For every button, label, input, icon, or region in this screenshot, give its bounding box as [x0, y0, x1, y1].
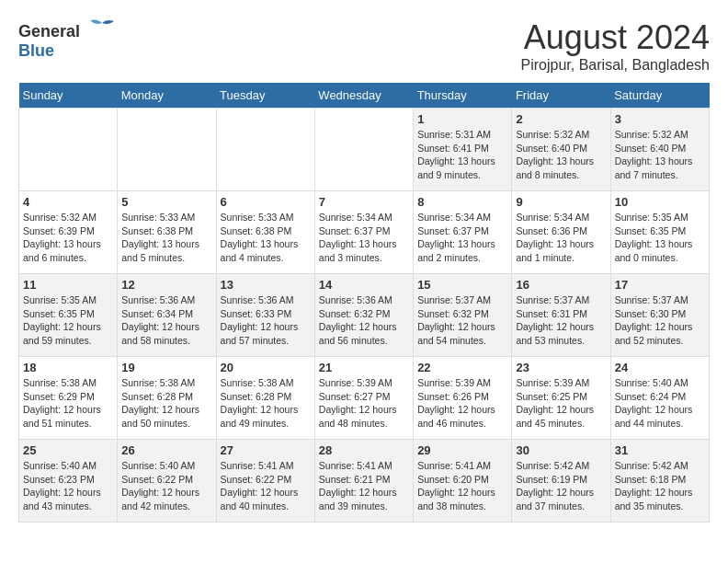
calendar-cell: 14Sunrise: 5:36 AM Sunset: 6:32 PM Dayli…: [314, 274, 413, 357]
cell-content: Sunrise: 5:37 AM Sunset: 6:32 PM Dayligh…: [417, 293, 507, 348]
page-header: General Blue August 2024 Pirojpur, Baris…: [18, 18, 710, 74]
cell-content: Sunrise: 5:39 AM Sunset: 6:27 PM Dayligh…: [319, 376, 409, 431]
calendar-cell: 1Sunrise: 5:31 AM Sunset: 6:41 PM Daylig…: [414, 109, 512, 191]
cell-content: Sunrise: 5:42 AM Sunset: 6:18 PM Dayligh…: [615, 459, 705, 513]
calendar-cell: [118, 109, 216, 191]
logo-text: General: [18, 18, 116, 41]
header-saturday: Saturday: [610, 83, 709, 109]
cell-content: Sunrise: 5:41 AM Sunset: 6:20 PM Dayligh…: [417, 459, 507, 513]
calendar-cell: 29Sunrise: 5:41 AM Sunset: 6:20 PM Dayli…: [414, 440, 512, 523]
day-number: 1: [417, 112, 507, 126]
header-row: SundayMondayTuesdayWednesdayThursdayFrid…: [19, 83, 710, 109]
calendar-cell: 22Sunrise: 5:39 AM Sunset: 6:26 PM Dayli…: [414, 357, 512, 440]
day-number: 21: [319, 361, 409, 374]
calendar-cell: 6Sunrise: 5:33 AM Sunset: 6:38 PM Daylig…: [216, 191, 314, 274]
day-number: 11: [23, 278, 113, 292]
calendar-cell: 9Sunrise: 5:34 AM Sunset: 6:36 PM Daylig…: [512, 191, 610, 274]
calendar-cell: 16Sunrise: 5:37 AM Sunset: 6:31 PM Dayli…: [512, 274, 610, 357]
day-number: 4: [23, 195, 113, 209]
calendar-cell: 3Sunrise: 5:32 AM Sunset: 6:40 PM Daylig…: [610, 109, 709, 191]
header-friday: Friday: [512, 83, 610, 109]
day-number: 2: [516, 112, 606, 126]
cell-content: Sunrise: 5:34 AM Sunset: 6:36 PM Dayligh…: [516, 211, 606, 265]
calendar-cell: 27Sunrise: 5:41 AM Sunset: 6:22 PM Dayli…: [216, 440, 314, 523]
header-tuesday: Tuesday: [216, 83, 314, 109]
week-row-0: 1Sunrise: 5:31 AM Sunset: 6:41 PM Daylig…: [19, 109, 710, 191]
cell-content: Sunrise: 5:35 AM Sunset: 6:35 PM Dayligh…: [23, 293, 113, 348]
cell-content: Sunrise: 5:32 AM Sunset: 6:40 PM Dayligh…: [615, 128, 705, 182]
day-number: 29: [417, 443, 507, 457]
calendar-cell: [314, 109, 413, 191]
week-row-4: 25Sunrise: 5:40 AM Sunset: 6:23 PM Dayli…: [19, 440, 710, 523]
calendar-cell: 11Sunrise: 5:35 AM Sunset: 6:35 PM Dayli…: [19, 274, 118, 357]
logo-blue: Blue: [18, 41, 54, 60]
cell-content: Sunrise: 5:33 AM Sunset: 6:38 PM Dayligh…: [121, 211, 211, 265]
day-number: 13: [221, 278, 311, 292]
day-number: 24: [615, 361, 705, 374]
cell-content: Sunrise: 5:40 AM Sunset: 6:22 PM Dayligh…: [121, 459, 211, 513]
day-number: 27: [221, 443, 311, 457]
day-number: 7: [319, 195, 409, 209]
calendar-cell: 4Sunrise: 5:32 AM Sunset: 6:39 PM Daylig…: [19, 191, 118, 274]
calendar-cell: 20Sunrise: 5:38 AM Sunset: 6:28 PM Dayli…: [216, 357, 314, 440]
calendar-body: 1Sunrise: 5:31 AM Sunset: 6:41 PM Daylig…: [19, 109, 710, 523]
day-number: 19: [121, 361, 211, 374]
logo: General Blue: [18, 18, 116, 61]
day-number: 30: [516, 443, 606, 457]
week-row-3: 18Sunrise: 5:38 AM Sunset: 6:29 PM Dayli…: [19, 357, 710, 440]
cell-content: Sunrise: 5:34 AM Sunset: 6:37 PM Dayligh…: [319, 211, 409, 265]
cell-content: Sunrise: 5:37 AM Sunset: 6:31 PM Dayligh…: [516, 293, 606, 348]
calendar-cell: 28Sunrise: 5:41 AM Sunset: 6:21 PM Dayli…: [314, 440, 413, 523]
cell-content: Sunrise: 5:36 AM Sunset: 6:32 PM Dayligh…: [319, 293, 409, 348]
day-number: 18: [23, 361, 113, 374]
day-number: 6: [221, 195, 311, 209]
calendar-cell: 10Sunrise: 5:35 AM Sunset: 6:35 PM Dayli…: [610, 191, 709, 274]
cell-content: Sunrise: 5:34 AM Sunset: 6:37 PM Dayligh…: [417, 211, 507, 265]
day-number: 28: [319, 443, 409, 457]
day-number: 20: [221, 361, 311, 374]
header-wednesday: Wednesday: [314, 83, 413, 109]
month-title: August 2024: [521, 18, 710, 57]
calendar-cell: 31Sunrise: 5:42 AM Sunset: 6:18 PM Dayli…: [610, 440, 709, 523]
logo-general: General: [18, 22, 80, 40]
logo-bird-icon: [88, 18, 116, 37]
calendar-cell: 25Sunrise: 5:40 AM Sunset: 6:23 PM Dayli…: [19, 440, 118, 523]
calendar-table: SundayMondayTuesdayWednesdayThursdayFrid…: [18, 83, 710, 523]
location: Pirojpur, Barisal, Bangladesh: [521, 57, 710, 74]
day-number: 16: [516, 278, 606, 292]
cell-content: Sunrise: 5:39 AM Sunset: 6:25 PM Dayligh…: [516, 376, 606, 431]
header-monday: Monday: [118, 83, 216, 109]
cell-content: Sunrise: 5:38 AM Sunset: 6:28 PM Dayligh…: [221, 376, 311, 431]
cell-content: Sunrise: 5:35 AM Sunset: 6:35 PM Dayligh…: [615, 211, 705, 265]
calendar-cell: 30Sunrise: 5:42 AM Sunset: 6:19 PM Dayli…: [512, 440, 610, 523]
calendar-header: SundayMondayTuesdayWednesdayThursdayFrid…: [19, 83, 710, 109]
day-number: 8: [417, 195, 507, 209]
day-number: 17: [615, 278, 705, 292]
day-number: 25: [23, 443, 113, 457]
cell-content: Sunrise: 5:37 AM Sunset: 6:30 PM Dayligh…: [615, 293, 705, 348]
header-sunday: Sunday: [19, 83, 118, 109]
calendar-cell: 21Sunrise: 5:39 AM Sunset: 6:27 PM Dayli…: [314, 357, 413, 440]
calendar-cell: [19, 109, 118, 191]
calendar-cell: 17Sunrise: 5:37 AM Sunset: 6:30 PM Dayli…: [610, 274, 709, 357]
day-number: 9: [516, 195, 606, 209]
cell-content: Sunrise: 5:39 AM Sunset: 6:26 PM Dayligh…: [417, 376, 507, 431]
day-number: 12: [121, 278, 211, 292]
calendar-cell: 2Sunrise: 5:32 AM Sunset: 6:40 PM Daylig…: [512, 109, 610, 191]
calendar-cell: 8Sunrise: 5:34 AM Sunset: 6:37 PM Daylig…: [414, 191, 512, 274]
cell-content: Sunrise: 5:38 AM Sunset: 6:29 PM Dayligh…: [23, 376, 113, 431]
cell-content: Sunrise: 5:31 AM Sunset: 6:41 PM Dayligh…: [417, 128, 507, 182]
cell-content: Sunrise: 5:40 AM Sunset: 6:24 PM Dayligh…: [615, 376, 705, 431]
day-number: 31: [615, 443, 705, 457]
day-number: 5: [121, 195, 211, 209]
cell-content: Sunrise: 5:36 AM Sunset: 6:34 PM Dayligh…: [121, 293, 211, 348]
calendar-cell: 23Sunrise: 5:39 AM Sunset: 6:25 PM Dayli…: [512, 357, 610, 440]
day-number: 10: [615, 195, 705, 209]
day-number: 26: [121, 443, 211, 457]
calendar-cell: 13Sunrise: 5:36 AM Sunset: 6:33 PM Dayli…: [216, 274, 314, 357]
day-number: 15: [417, 278, 507, 292]
week-row-1: 4Sunrise: 5:32 AM Sunset: 6:39 PM Daylig…: [19, 191, 710, 274]
calendar-cell: [216, 109, 314, 191]
cell-content: Sunrise: 5:41 AM Sunset: 6:22 PM Dayligh…: [221, 459, 311, 513]
calendar-cell: 12Sunrise: 5:36 AM Sunset: 6:34 PM Dayli…: [118, 274, 216, 357]
